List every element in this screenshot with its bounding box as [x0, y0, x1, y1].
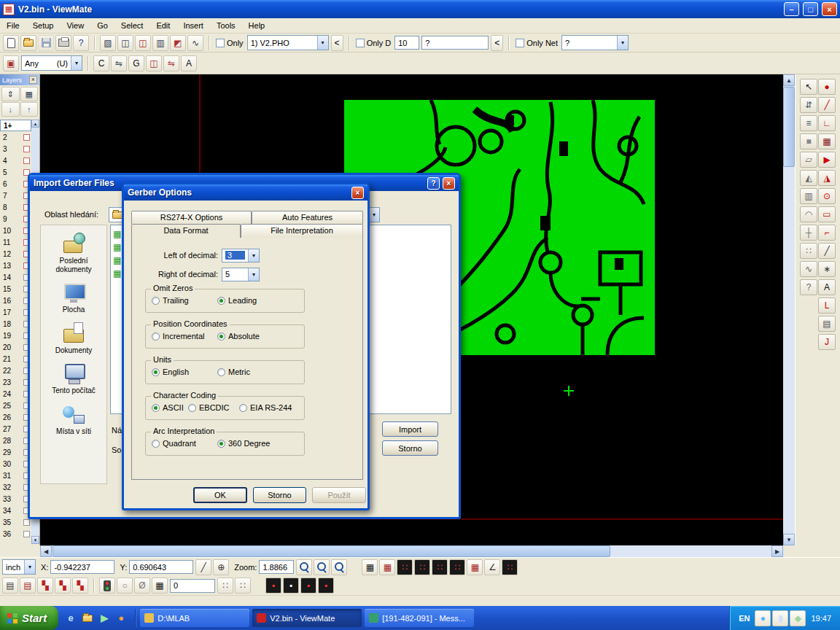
dot-grid-icon-2[interactable]: ∷ [235, 578, 251, 594]
checkbox-box[interactable] [216, 39, 225, 47]
edit-segment-icon[interactable]: ╱ [818, 243, 836, 259]
swap-dcodes-icon[interactable]: ⇋ [111, 55, 127, 71]
layer-color-box[interactable] [23, 146, 30, 152]
add-flash-icon[interactable]: ● [818, 79, 836, 95]
layer-row-8[interactable]: 8 [0, 201, 31, 213]
lamp-off-icon[interactable]: ○ [117, 578, 133, 594]
layer-scroll-icon[interactable]: ⇕ [1, 87, 20, 101]
zoom-field[interactable]: 1.8866 [259, 560, 294, 574]
layer-row-3[interactable]: 3 [0, 143, 31, 155]
radio-button-icon[interactable] [152, 404, 160, 412]
layer-row-18[interactable]: 18 [0, 318, 31, 330]
cancel-button[interactable]: Storno [382, 440, 438, 456]
close-button[interactable]: × [822, 2, 837, 16]
add-letter-l-icon[interactable]: L [818, 298, 836, 314]
firefox-icon[interactable]: ● [114, 612, 128, 625]
radio-leading[interactable]: Leading [217, 296, 257, 305]
layer-row-14[interactable]: 14 [0, 271, 31, 283]
layer-row-6[interactable]: 6 [0, 178, 31, 190]
radio-button-icon[interactable] [239, 404, 247, 412]
close-icon[interactable]: × [29, 76, 37, 84]
curve-icon[interactable]: ∿ [800, 261, 817, 277]
clock[interactable]: 19:47 [811, 614, 831, 623]
zoom-icon[interactable] [296, 559, 312, 575]
film-pattern-icon-1[interactable]: ∷ [397, 559, 413, 575]
layer-row-35[interactable]: 35 [0, 516, 31, 528]
start-button[interactable]: Start [0, 606, 58, 630]
add-corner-icon[interactable]: ⌐ [818, 225, 836, 241]
layer-list-icon[interactable]: ▤ [20, 578, 36, 594]
add-line-icon[interactable]: ╱ [818, 97, 836, 113]
new-file-icon[interactable] [3, 35, 19, 51]
radio-english[interactable]: English [152, 368, 217, 376]
grid-tool-icon[interactable]: ◫ [146, 55, 162, 71]
layer-row-25[interactable]: 25 [0, 400, 31, 411]
folder-icon[interactable] [81, 612, 94, 625]
radio-quadrant[interactable]: Quadrant [152, 439, 217, 448]
layer-combo[interactable]: 1) V2.PHO ▾ [247, 35, 329, 50]
angle-measure-icon[interactable]: ∠ [484, 559, 500, 575]
vertical-scrollbar[interactable]: ▲ ▼ [783, 74, 795, 545]
media-player-icon[interactable]: ▶ [98, 612, 111, 625]
layer-row-10[interactable]: 10 [0, 225, 31, 236]
scroll-track[interactable] [610, 545, 771, 557]
layer-order-icon[interactable]: ≡ [800, 115, 817, 131]
layer-row-22[interactable]: 22 [0, 365, 31, 376]
layer-row-31[interactable]: 31 [0, 470, 31, 481]
place-desktop[interactable]: Plocha [42, 281, 105, 314]
only-dcode-checkbox[interactable]: Only D [356, 39, 392, 47]
film-pattern-icon-2[interactable]: ∷ [414, 559, 430, 575]
left-of-decimal-combo[interactable]: 3 ▾ [222, 249, 260, 262]
swap-layers-icon[interactable]: ⇵ [800, 97, 817, 113]
horizontal-scrollbar[interactable]: ◀ ▶ [40, 545, 783, 557]
scroll-left-icon[interactable]: ◀ [40, 545, 52, 557]
only-layer-checkbox[interactable]: Only [216, 39, 244, 47]
radio-ebcdic[interactable]: EBCDIC [188, 403, 239, 412]
layer-row-4[interactable]: 4 [0, 155, 31, 166]
dcode-columns-icon[interactable]: ◫ [117, 35, 133, 51]
layer-row-20[interactable]: 20 [0, 341, 31, 353]
nudge-icon[interactable]: ┼ [800, 225, 817, 241]
add-rectangle-icon[interactable]: ▭ [818, 206, 836, 222]
layer-columns-icon[interactable]: ◫ [135, 35, 151, 51]
zoom-in-icon[interactable] [314, 559, 330, 575]
arc-mode-icon[interactable]: ◠ [800, 206, 817, 222]
measure-diagonal-icon[interactable]: ╱ [195, 559, 211, 575]
radio-button-icon[interactable] [152, 440, 160, 448]
layer-color-box[interactable] [23, 158, 30, 164]
layer-row-9[interactable]: 9 [0, 213, 31, 225]
dcode-table-icon[interactable]: ▦ [362, 559, 378, 575]
chevron-down-icon[interactable]: ▾ [248, 268, 259, 281]
outline-mode-icon[interactable]: ▱ [800, 152, 817, 168]
layer-row-12[interactable]: 12 [0, 248, 31, 260]
tab-rs274x-options[interactable]: RS274-X Options [131, 211, 252, 224]
move-layer-up-icon[interactable]: ↑ [20, 102, 39, 117]
layer-row-29[interactable]: 29 [0, 446, 31, 458]
cancel-button[interactable]: Storno [253, 487, 306, 503]
checker-icon-2[interactable]: ▚ [55, 578, 71, 594]
radio-metric[interactable]: Metric [217, 368, 250, 376]
radio-button-icon[interactable] [152, 368, 160, 376]
query-icon[interactable]: ? [800, 279, 817, 295]
scroll-up-icon[interactable]: ▲ [783, 74, 795, 86]
sel-pattern-icon-4[interactable]: ▪ [318, 578, 334, 594]
add-letter-j-icon[interactable]: J [818, 334, 836, 350]
scroll-down-icon[interactable]: ▼ [31, 536, 39, 544]
radio-button-icon[interactable] [217, 297, 225, 305]
tab-data-format[interactable]: Data Format [131, 224, 241, 238]
close-button[interactable]: × [443, 177, 455, 190]
taskbar-task[interactable]: D:\MLAB [140, 609, 249, 627]
y-coordinate-field[interactable]: 0.690643 [129, 560, 193, 574]
layer-row-23[interactable]: 23 [0, 376, 31, 388]
dcode-table-red-icon[interactable]: ▦ [379, 559, 395, 575]
menu-item-select[interactable]: Select [114, 19, 150, 32]
menu-item-insert[interactable]: Insert [176, 19, 210, 32]
zoom-window-icon[interactable] [331, 559, 347, 575]
plot-output-icon[interactable]: ▤ [818, 316, 836, 332]
add-polyline-icon[interactable]: ∟ [818, 115, 836, 131]
maximize-button[interactable]: □ [803, 2, 818, 16]
transpose-icon[interactable]: ⇋ [163, 55, 179, 71]
menu-item-view[interactable]: View [60, 19, 90, 32]
scroll-right-icon[interactable]: ▶ [771, 545, 783, 557]
gerber-file-icon[interactable]: ▦ [113, 243, 121, 252]
